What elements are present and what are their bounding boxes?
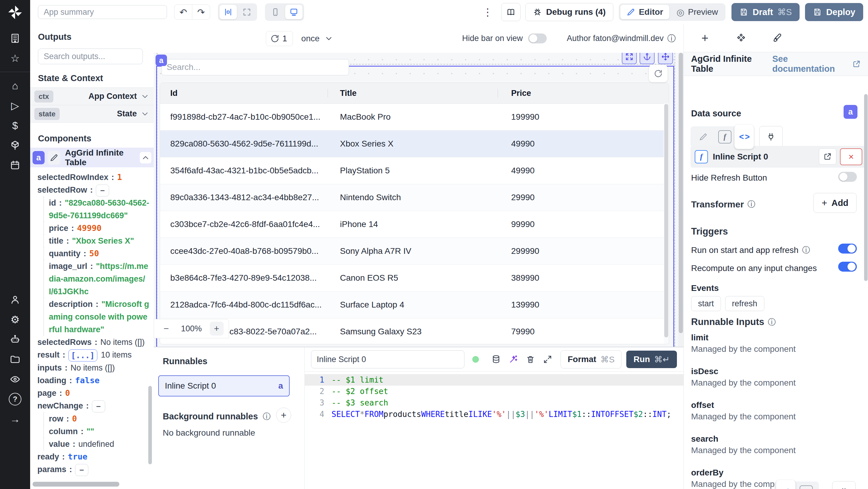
add-background-runnable-button[interactable]: + <box>276 407 291 423</box>
more-menu-button[interactable]: ⋮ <box>483 6 493 18</box>
tab-editor[interactable]: Editor <box>620 5 670 19</box>
run-on-start-toggle[interactable] <box>838 244 857 253</box>
output-tree-row[interactable]: selectedRows:No items ([]) <box>37 336 154 348</box>
component-header[interactable]: a AgGrid Infinite Table <box>30 148 154 167</box>
expand-editor-button[interactable] <box>541 352 554 367</box>
output-tree-row[interactable]: params:− <box>37 463 154 476</box>
tab-insert-component[interactable]: + <box>687 24 723 52</box>
draft-button[interactable]: Draft ⌘S <box>732 3 800 21</box>
see-documentation-link[interactable]: See documentation <box>772 54 861 74</box>
table-row[interactable]: 89c0a336-1343-4812-ac34-e4bb8e27...Ninte… <box>160 184 669 211</box>
connect-mode-button[interactable] <box>832 481 856 489</box>
info-icon[interactable]: ⓘ <box>667 33 676 44</box>
static-mode-button[interactable] <box>692 127 714 146</box>
schedules-icon[interactable] <box>0 155 30 175</box>
canvas-scrollbar[interactable] <box>678 53 684 347</box>
output-tree-row[interactable]: result:[...]10 items <box>37 348 154 362</box>
table-row[interactable]: ccee43dc-27e0-40a8-b768-b09579b0...Sony … <box>160 238 669 265</box>
table-search-input[interactable]: Search... <box>161 59 349 75</box>
table-row[interactable]: 4c83-8022-5e70a07a2...Samsung Galaxy S23… <box>160 318 669 344</box>
hide-refresh-toggle[interactable] <box>838 172 857 182</box>
vertical-scrollbar[interactable] <box>148 386 152 464</box>
centered-layout-button[interactable] <box>219 5 237 19</box>
state-row[interactable]: state State <box>30 105 154 123</box>
settings-icon[interactable]: ⚙ <box>0 310 30 330</box>
event-chip-refresh[interactable]: refresh <box>725 296 764 311</box>
deploy-button[interactable]: Deploy <box>805 3 863 21</box>
expand-component-button[interactable] <box>622 53 637 64</box>
output-tree-row[interactable]: image_url:"https://m.media-amazon.com/im… <box>43 260 154 298</box>
collapse-button[interactable]: − <box>92 400 105 412</box>
workspace-icon[interactable] <box>0 28 30 48</box>
output-tree-row[interactable]: title:"Xbox Series X" <box>43 235 154 247</box>
tab-component-settings[interactable] <box>723 24 759 53</box>
refresh-count-group[interactable]: 1 <box>266 31 293 46</box>
tab-preview[interactable]: ◎ Preview <box>671 5 724 19</box>
undo-button[interactable]: ↶ <box>175 5 192 19</box>
add-transformer-button[interactable]: + Add <box>813 193 857 213</box>
code-area[interactable]: 1-- $1 limit2-- $2 offset3-- $3 search4S… <box>304 372 684 420</box>
zoom-in-button[interactable]: + <box>210 322 224 336</box>
mobile-view-button[interactable] <box>267 5 284 19</box>
code-mode-button-active[interactable]: < > <box>735 125 754 149</box>
output-tree-row[interactable]: value:undefined <box>43 438 154 450</box>
output-tree-row[interactable]: quantity:50 <box>43 247 154 260</box>
expand-result-button[interactable]: [...] <box>68 349 97 362</box>
search-outputs-input[interactable]: Search outputs... <box>38 49 143 64</box>
variables-icon[interactable]: $ <box>0 116 30 135</box>
code-line[interactable]: 1-- $1 limit <box>304 374 684 386</box>
app-summary-input[interactable]: App summary <box>38 5 167 19</box>
horizontal-scrollbar[interactable] <box>33 482 119 487</box>
tab-styling[interactable] <box>759 24 795 52</box>
column-header-price[interactable]: Price <box>498 83 654 103</box>
output-tree-row[interactable]: inputs:No items ([]) <box>37 362 154 374</box>
windmill-logo[interactable] <box>7 4 23 21</box>
edit-component-button[interactable] <box>48 151 60 164</box>
pencil-icon[interactable] <box>781 488 790 489</box>
code-line[interactable]: 2-- $2 offset <box>304 386 684 397</box>
fullwidth-layout-button[interactable] <box>238 5 255 19</box>
output-tree-row[interactable]: description:"Microsoft gaming console wi… <box>43 298 154 336</box>
audit-icon[interactable] <box>0 369 30 389</box>
remove-script-button[interactable]: × <box>840 148 862 165</box>
home-icon[interactable]: ⌂ <box>0 76 30 96</box>
ai-assist-button[interactable] <box>507 352 520 367</box>
script-name-input[interactable]: Inline Script 0 <box>311 350 464 368</box>
ai-icon[interactable] <box>0 330 30 349</box>
runs-icon[interactable]: ▷ <box>0 96 30 116</box>
event-chip-start[interactable]: start <box>691 296 721 311</box>
ctx-row[interactable]: ctx App Context <box>30 87 154 105</box>
table-row[interactable]: c303bce7-cb2e-42c6-8fdf-6aa01fc4e4...iPh… <box>160 211 669 238</box>
output-tree-row[interactable]: column:"" <box>43 425 154 438</box>
code-line[interactable]: 3-- $3 search <box>304 397 684 408</box>
output-tree-row[interactable]: ready:true <box>37 450 154 463</box>
output-tree-row[interactable]: newChange:− <box>37 399 154 412</box>
output-tree-row[interactable]: row:0 <box>43 412 154 425</box>
runnable-item-inline-script-0[interactable]: Inline Script 0 a <box>158 375 290 396</box>
code-line[interactable]: 4SELECT * FROM products WHERE title ILIK… <box>304 408 684 420</box>
table-row[interactable]: f991898d-cb27-4ac7-b10c-0b9050ce1...MacB… <box>160 104 669 130</box>
template-mode-button[interactable]: f <box>795 483 817 489</box>
run-button[interactable]: Run ⌘↵ <box>626 350 677 368</box>
component-refresh-button[interactable] <box>649 65 668 82</box>
app-canvas[interactable]: a Search... IdTitlePrice f991898d-cb27-4… <box>154 53 678 347</box>
debug-runs-button[interactable]: Debug runs (4) <box>525 3 613 21</box>
table-row[interactable]: 2128adca-7fc6-44bd-800c-dc115df6ac...Sur… <box>160 292 669 318</box>
hide-bar-toggle[interactable] <box>528 33 547 43</box>
interval-dropdown[interactable]: once <box>301 34 334 43</box>
move-component-button[interactable] <box>658 53 673 64</box>
redo-button[interactable]: ↷ <box>192 5 210 19</box>
table-scrollbar[interactable] <box>664 103 669 344</box>
collapse-button[interactable]: − <box>75 464 88 476</box>
delete-script-button[interactable] <box>524 352 537 367</box>
output-tree-row[interactable]: id:"829ca080-5630-4562-9d5e-7611199dc669… <box>43 196 154 222</box>
recompute-toggle[interactable] <box>838 262 857 272</box>
table-row[interactable]: b3e864c8-7fe3-4270-89e9-54c12038...Canon… <box>160 265 669 292</box>
connect-mode-button[interactable] <box>759 126 783 148</box>
collapse-icon[interactable]: → <box>0 409 30 429</box>
anchor-component-button[interactable] <box>640 53 655 64</box>
output-tree-row[interactable]: page:0 <box>37 387 154 399</box>
output-tree-row[interactable]: selectedRowIndex:1 <box>37 171 154 184</box>
folders-icon[interactable] <box>0 349 30 369</box>
output-tree-row[interactable]: loading:false <box>37 374 154 387</box>
